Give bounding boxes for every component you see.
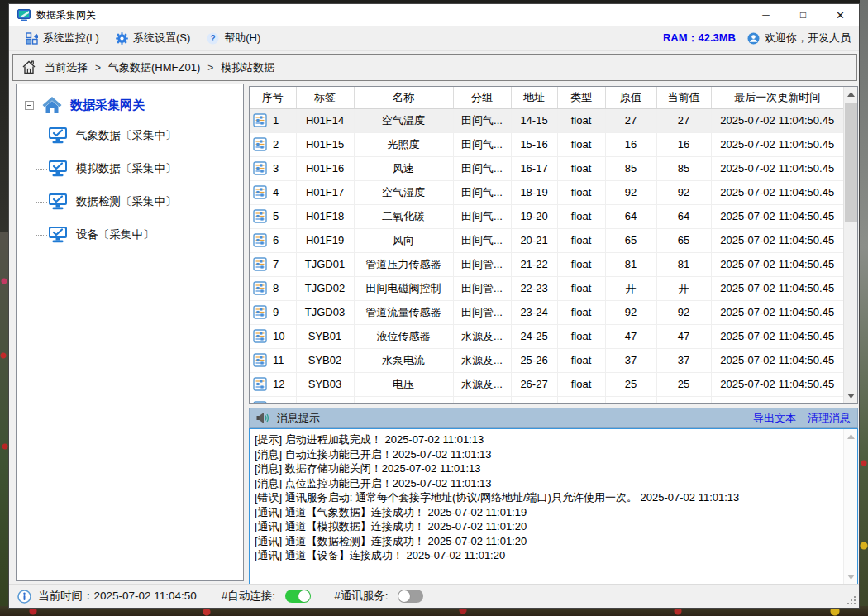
tree-item-label: 数据检测〔采集中〕 [76,194,177,209]
table-row-partial[interactable] [250,396,843,404]
scroll-down-icon[interactable] [844,570,858,584]
message-panel-title: 消息提示 [277,411,320,426]
table-cell: 田间气... [453,228,511,252]
tree-collapse-icon[interactable] [25,101,34,110]
table-row[interactable]: 4H01F17空气湿度田间气...18-19float92922025-07-0… [250,180,843,204]
table-cell: 2025-07-02 11:04:50.45 [711,108,843,132]
table-row[interactable]: 2H01F15光照度田间气...15-16float16162025-07-02… [250,132,843,156]
table-row[interactable]: 12SYB03电压水源及...26-27float25252025-07-02 … [250,372,843,396]
table-header-cell[interactable]: 名称 [354,87,453,108]
table-cell: float [557,300,605,324]
table-cell: 管道压力传感器 [354,252,453,276]
tree-item[interactable]: 模拟数据〔采集中〕 [48,152,243,185]
tag-sliders-icon [253,353,267,367]
tree-root-node[interactable]: 数据采集网关 [25,96,243,114]
breadcrumb-item[interactable]: 气象数据(HMFZ01) [108,60,200,75]
clear-messages-link[interactable]: 清理消息 [808,411,851,426]
breadcrumb-items: 当前选择>气象数据(HMFZ01)>模拟站数据 [45,60,274,75]
user-welcome-label: 欢迎你，开发人员 [765,31,851,45]
auto-connect-label: #自动连接: [222,589,275,604]
table-cell: 田间管... [453,252,511,276]
menu-system-settings[interactable]: 系统设置(S) [107,26,198,50]
table-header-cell[interactable]: 类型 [557,87,605,108]
table-cell: 空气湿度 [354,180,453,204]
table-cell: 水源及... [453,372,511,396]
table-cell: 18-19 [511,180,557,204]
help-icon: ? [207,32,219,45]
message-scrollbar[interactable] [843,429,857,584]
table-row[interactable]: 6H01F19风向田间气...20-21float65652025-07-02 … [250,228,843,252]
tree-item-label: 气象数据〔采集中〕 [76,128,177,143]
table-cell [296,396,354,404]
table-header-cell[interactable]: 当前值 [656,87,711,108]
minimize-button[interactable]: ─ [747,4,785,26]
message-panel: 消息提示 导出文本 清理消息 [提示] 启动进程加载完成！ 2025-07-02… [249,408,858,585]
table-cell: H01F19 [296,228,354,252]
table-row[interactable]: 8TJGD02田间电磁阀控制田间管...22-23float开开2025-07-… [250,276,843,300]
scroll-up-icon[interactable] [844,87,858,101]
table-cell-index [250,396,296,404]
scroll-down-icon[interactable] [844,389,858,403]
log-message: [消息] 自动连接功能已开启！2025-07-02 11:01:13 [255,447,852,462]
table-scrollbar[interactable] [843,87,857,403]
export-text-link[interactable]: 导出文本 [753,411,796,426]
table-cell: float [557,324,605,348]
tree-connector [36,169,47,170]
table-header-cell[interactable]: 地址 [511,87,557,108]
table-cell: 23-24 [511,300,557,324]
table-cell [605,396,656,404]
data-table: 序号标签名称分组地址类型原值当前值最后一次更新时间 1H01F14空气温度田间气… [250,87,843,404]
monitor-check-icon [48,127,68,145]
table-cell: H01F16 [296,156,354,180]
table-cell: float [557,372,605,396]
table-row[interactable]: 1H01F14空气温度田间气...14-15float27272025-07-0… [250,108,843,132]
table-cell: 二氧化碳 [354,204,453,228]
row-number: 12 [273,378,284,390]
table-header-cell[interactable]: 最后一次更新时间 [711,87,843,108]
table-cell-index: 10 [250,324,296,348]
close-button[interactable]: ✕ [822,4,859,26]
comm-service-toggle[interactable] [398,590,423,603]
table-row[interactable]: 10SYB01液位传感器水源及...24-25float47472025-07-… [250,324,843,348]
table-row[interactable]: 7TJGD01管道压力传感器田间管...21-22float81812025-0… [250,252,843,276]
table-cell: 田间气... [453,108,511,132]
table-cell: SYB02 [296,348,354,372]
resize-grip[interactable] [847,595,856,605]
tag-sliders-icon [253,233,267,247]
tag-sliders-icon [253,329,267,343]
table-cell: 64 [656,204,711,228]
tag-sliders-icon [253,281,267,295]
auto-connect-toggle[interactable] [285,590,311,603]
scroll-up-icon[interactable] [844,429,858,443]
table-cell [557,396,605,404]
table-cell: 25-26 [511,348,557,372]
tree-children: 气象数据〔采集中〕模拟数据〔采集中〕数据检测〔采集中〕设备〔采集中〕 [17,119,243,251]
table-cell: 37 [605,348,656,372]
table-cell: 2025-07-02 11:04:50.45 [711,276,843,300]
table-header-cell[interactable]: 分组 [453,87,511,108]
row-number: 7 [273,258,279,270]
table-header-cell[interactable]: 原值 [605,87,656,108]
table-header-cell[interactable]: 标签 [296,87,354,108]
tree-item[interactable]: 数据检测〔采集中〕 [48,185,243,218]
table-cell [453,396,511,404]
table-cell: 92 [605,180,656,204]
table-row[interactable]: 9TJGD03管道流量传感器田间管...23-24float92922025-0… [250,300,843,324]
tree-item[interactable]: 设备〔采集中〕 [48,218,243,251]
menu-help[interactable]: ? 帮助(H) [198,26,269,50]
menu-system-monitor-label: 系统监控(L) [43,31,99,45]
table-row[interactable]: 11SYB02水泵电流水源及...25-26float37372025-07-0… [250,348,843,372]
table-cell: TJGD02 [296,276,354,300]
menu-system-monitor[interactable]: 系统监控(L) [17,26,107,50]
home-icon[interactable] [21,60,36,74]
tree-item[interactable]: 气象数据〔采集中〕 [48,119,243,152]
table-row[interactable]: 5H01F18二氧化碳田间气...19-20float64642025-07-0… [250,204,843,228]
table-cell: H01F15 [296,132,354,156]
table-row[interactable]: 3H01F16风速田间气...16-17float85852025-07-02 … [250,156,843,180]
table-scrollbar-thumb[interactable] [845,103,857,222]
table-cell: H01F14 [296,108,354,132]
table-header-cell[interactable]: 序号 [250,87,296,108]
maximize-button[interactable]: □ [785,4,822,26]
breadcrumb-item[interactable]: 模拟站数据 [221,60,274,75]
table-cell: H01F17 [296,180,354,204]
